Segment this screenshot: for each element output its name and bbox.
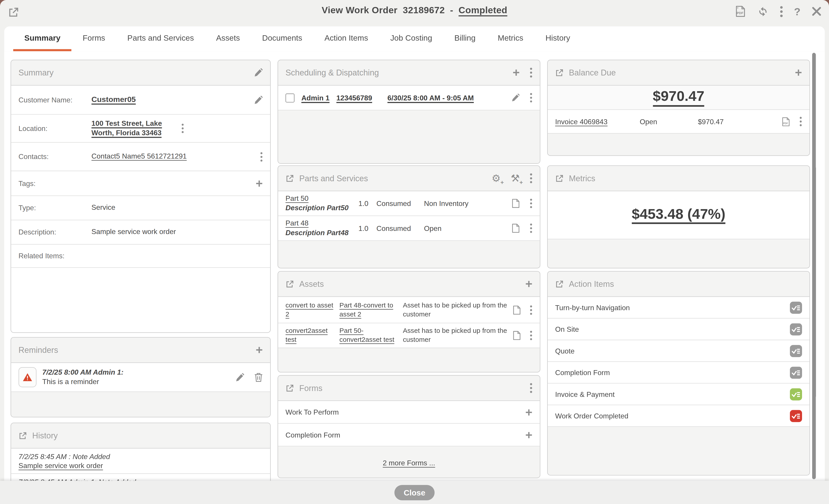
reminder-item: 7/2/25 8:00 AM Admin 1: This is a remind… [11,363,270,392]
open-action-items-icon[interactable] [555,280,564,288]
delete-trash-icon[interactable] [254,372,263,382]
svg-text:PDF: PDF [737,11,744,15]
balance-total[interactable]: $970.47 [653,88,705,106]
reminder-warning-icon[interactable] [19,367,36,387]
card-kebab-icon[interactable] [530,383,533,393]
action-item-status-badge[interactable] [790,388,802,400]
card-kebab-icon[interactable] [530,173,533,183]
tab-documents[interactable]: Documents [251,27,313,51]
edit-pencil-icon[interactable] [254,68,263,77]
edit-pencil-icon[interactable] [511,94,520,102]
row-kebab-icon[interactable] [530,93,533,102]
part-link[interactable]: Part 48 [286,219,309,227]
edit-pencil-icon[interactable] [254,96,263,104]
row-kebab-icon[interactable] [181,123,184,133]
vertical-scrollbar[interactable] [812,53,816,479]
row-kebab-icon[interactable] [799,117,802,126]
asset-part-link[interactable]: Part 50-convert2asset test [339,327,398,344]
document-icon[interactable] [512,223,520,233]
balance-total-band: $970.47 [548,85,809,110]
row-kebab-icon[interactable] [530,223,533,233]
action-item-status-badge[interactable] [790,366,802,379]
parts-card-title: Parts and Services [299,174,368,183]
help-icon[interactable]: ? [794,6,800,16]
open-forms-icon[interactable] [286,384,294,392]
row-kebab-icon[interactable] [530,331,533,340]
add-tag-plus-icon[interactable]: + [256,177,263,189]
more-options-kebab-icon[interactable] [780,6,783,17]
card-kebab-icon[interactable] [530,68,533,78]
asset-link[interactable]: convert2asset test [286,327,334,344]
add-asset-plus-icon[interactable]: + [525,278,533,290]
field-value: Sample service work order [92,227,263,237]
tab-assets[interactable]: Assets [205,27,251,51]
technician-link[interactable]: Admin 1 [301,94,329,102]
row-kebab-icon[interactable] [530,199,533,208]
document-icon[interactable] [513,331,521,340]
action-item-status-badge[interactable] [790,345,802,357]
open-balance-icon[interactable] [555,69,564,77]
add-payment-plus-icon[interactable]: + [795,67,802,79]
tab-parts-and-services[interactable]: Parts and Services [116,27,205,51]
history-entry-link[interactable]: Sample service work order [19,462,103,469]
pdf-icon[interactable]: PDF [735,5,746,17]
time-window-link[interactable]: 6/30/25 8:00 AM - 9:05 AM [388,94,474,102]
invoice-pdf-icon[interactable]: PDF [781,116,790,127]
metrics-empty-area [548,240,809,268]
balance-due-card: Balance Due + $970.47 Invoice 4069843 Op… [547,60,810,156]
add-reminder-plus-icon[interactable]: + [256,344,263,356]
contact-link[interactable]: Contact5 Name5 5612721291 [92,152,260,161]
action-item-status-badge[interactable] [790,410,802,422]
add-schedule-plus-icon[interactable]: + [513,67,520,79]
summary-row-tags: Tags: + [11,171,270,196]
schedule-checkbox[interactable] [286,93,294,102]
add-part-gear-icon[interactable]: ⚙+ [492,173,501,183]
action-item-status-badge[interactable] [790,323,802,335]
add-service-tools-icon[interactable]: ⚒+ [511,173,520,183]
open-parts-icon[interactable] [286,174,294,183]
open-metrics-icon[interactable] [555,174,564,183]
schedule-id-link[interactable]: 123456789 [336,94,372,102]
open-history-icon[interactable] [19,431,27,440]
tab-billing[interactable]: Billing [443,27,486,51]
add-form-plus-icon[interactable]: + [525,429,533,441]
action-item-label: Turn-by-turn Navigation [555,303,790,311]
document-icon[interactable] [512,199,520,208]
action-item-row: Invoice & Payment [548,384,809,405]
more-forms-link[interactable]: 2 more Forms ... [383,459,435,467]
add-form-plus-icon[interactable]: + [525,406,533,418]
refresh-icon[interactable] [757,6,768,17]
edit-pencil-icon[interactable] [235,372,244,382]
view-work-order-modal: View Work Order 32189672 - Completed PDF… [0,0,829,504]
part-row: Part 48 Description Part48 1.0 Consumed … [278,216,540,241]
work-order-number: 32189672 [403,5,445,16]
action-item-row: Work Order Completed [548,405,809,427]
scheduling-card: Scheduling & Dispatching + Admin 1 12345… [278,60,540,164]
summary-card-title: Summary [19,68,53,77]
row-kebab-icon[interactable] [530,305,533,315]
work-order-status[interactable]: Completed [459,5,507,16]
tab-metrics[interactable]: Metrics [486,27,535,51]
tab-action-items[interactable]: Action Items [314,27,379,51]
form-name: Completion Form [286,431,525,439]
open-assets-icon[interactable] [286,280,294,288]
document-icon[interactable] [513,305,521,315]
asset-link[interactable]: convert to asset 2 [286,301,334,319]
tab-forms[interactable]: Forms [72,27,116,51]
tab-job-costing[interactable]: Job Costing [379,27,443,51]
metrics-value[interactable]: $453.48 (47%) [632,206,725,224]
field-value: Service [92,203,263,213]
action-item-row: Turn-by-turn Navigation [548,297,809,319]
close-button[interactable]: Close [394,485,435,500]
part-link[interactable]: Part 50 [286,194,309,202]
asset-part-link[interactable]: Part 48-convert to asset 2 [339,301,398,319]
customer-link[interactable]: Customer05 [92,95,254,105]
tab-history[interactable]: History [535,27,581,51]
location-link[interactable]: 100 Test Street, Lake Worth, Florida 334… [92,119,181,138]
action-item-status-badge[interactable] [790,301,802,314]
invoice-link[interactable]: Invoice 4069843 [555,117,640,125]
tab-summary[interactable]: Summary [13,27,72,51]
close-x-icon[interactable] [812,6,822,16]
row-kebab-icon[interactable] [260,152,263,161]
part-quantity: 1.0 [359,224,376,232]
